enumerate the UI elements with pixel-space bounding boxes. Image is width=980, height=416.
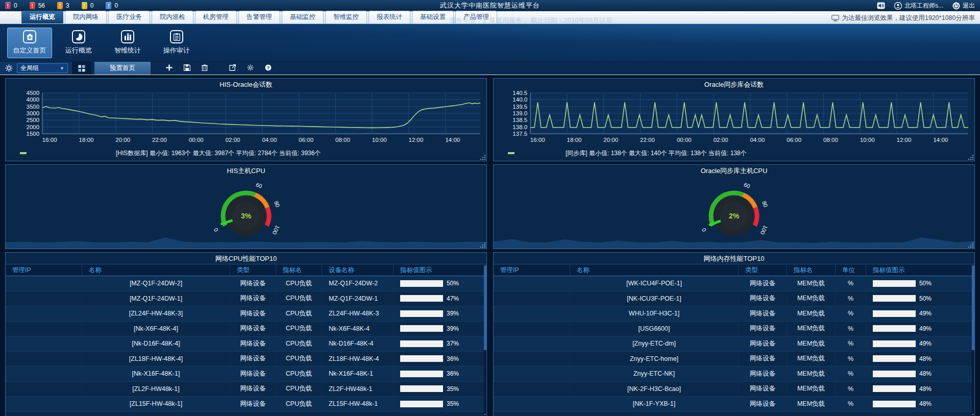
cpu-gauge[interactable]: 060801002% — [675, 176, 793, 238]
layout-grid-button[interactable] — [72, 62, 91, 75]
metric-bar-cell: 48% — [866, 352, 974, 366]
table-cell: 网络设备 — [739, 397, 787, 411]
add-button[interactable] — [166, 64, 173, 73]
menu-tab-10[interactable]: 产品管理 — [455, 11, 497, 23]
column-header[interactable]: 指标名 — [787, 264, 836, 276]
column-header[interactable]: 管理IP — [494, 264, 570, 276]
save-icon — [184, 64, 190, 73]
nav-item-label: 智维统计 — [114, 46, 141, 55]
metric-bar-cell: 49% — [866, 322, 974, 336]
chart-stats: [同步库] 最小值: 138个 最大值: 140个 平均值: 138个 当前值:… — [494, 147, 974, 159]
menu-tab-5[interactable]: 告警管理 — [238, 11, 280, 23]
column-header[interactable]: 名称 — [82, 264, 230, 276]
current-user[interactable]: 北塔工程师s... — [894, 2, 943, 10]
metric-bar-cell: 49% — [866, 306, 974, 321]
table-cell: Nk-X16F-48K-1 — [322, 366, 394, 381]
table-cell: 网络设备 — [739, 306, 787, 321]
table-row[interactable]: WHU-10F-H3C-1]网络设备MEM负载%49% — [494, 306, 974, 322]
table-cell: 网络设备 — [230, 366, 276, 381]
table-row[interactable]: [ZL2F-HW48k-1]网络设备CPU负载ZL2F-HW48k-135% — [6, 382, 486, 397]
table-row[interactable]: [Nk-X16F-48K-1]网络设备CPU负载Nk-X16F-48K-136% — [6, 366, 486, 382]
column-header[interactable]: 指标值图示 — [394, 264, 486, 276]
svg-text:18:00: 18:00 — [79, 137, 94, 143]
table-row[interactable]: [Znyy-ETC-dm]网络设备MEM负载%49% — [494, 336, 974, 352]
legend-marker — [508, 152, 514, 154]
cpu-gauge[interactable]: 060801003% — [187, 176, 305, 238]
svg-text:140.0: 140.0 — [512, 96, 527, 103]
menu-tab-8[interactable]: 报表统计 — [369, 11, 410, 23]
menu-tab-2[interactable]: 医疗业务 — [108, 11, 150, 23]
table-cell — [6, 352, 82, 366]
pie-icon — [72, 30, 85, 43]
table-scrollbar[interactable] — [484, 265, 486, 416]
group-select[interactable]: 全局组 ▼ — [17, 63, 68, 73]
svg-text:2000: 2000 — [27, 124, 40, 130]
panel-title: HIS-Oracle会话数 — [6, 79, 486, 90]
table-scrollbar[interactable] — [972, 265, 974, 416]
audit-icon — [170, 30, 183, 43]
table-row[interactable]: [ZL15F-HW-48k-1]网络设备CPU负载ZL15F-HW-48k-13… — [6, 397, 486, 412]
export-button[interactable] — [229, 64, 236, 73]
table-cell: [Nk-D16F-48K-4] — [82, 336, 230, 351]
column-header[interactable]: 设备名称 — [322, 264, 394, 276]
sound-button[interactable] — [877, 2, 885, 9]
column-header[interactable]: 指标名 — [276, 264, 322, 276]
svg-text:140.5: 140.5 — [512, 90, 527, 96]
table-cell: % — [836, 336, 866, 351]
column-header[interactable]: 类型 — [739, 264, 787, 276]
table-row[interactable]: [NK-ICU3F-POE-1]网络设备MEM负载%50% — [494, 291, 974, 307]
nav-item-home[interactable]: 自定义首页 — [7, 28, 52, 58]
tab-preset-home[interactable]: 预置首页 — [94, 62, 151, 75]
table-row[interactable]: [NK-1F-YXB-1]网络设备MEM负载%48% — [494, 397, 974, 412]
table-cell: % — [836, 366, 866, 381]
menu-tab-3[interactable]: 院内巡检 — [152, 11, 193, 23]
group-selector-area: 全局组 ▼ — [0, 62, 72, 75]
menu-tab-6[interactable]: 基础监控 — [282, 11, 324, 23]
panel-title: Oracle同步库会话数 — [494, 79, 974, 90]
menu-tab-7[interactable]: 智维监控 — [325, 11, 367, 23]
monitor-icon — [831, 15, 839, 21]
table-cell — [494, 306, 570, 321]
menu-tab-0[interactable]: 运行概览 — [21, 11, 63, 23]
nav-item-pie[interactable]: 运行概览 — [56, 28, 101, 58]
column-header[interactable]: 类型 — [230, 264, 276, 276]
table-cell: CPU负载 — [276, 397, 322, 411]
menu-tab-1[interactable]: 院内网络 — [65, 11, 107, 23]
svg-text:138.0: 138.0 — [512, 124, 527, 130]
menu-tab-4[interactable]: 机房管理 — [195, 11, 237, 23]
table-row[interactable]: [ZL24F-HW-48K-3]网络设备CPU负载ZL24F-HW-48K-33… — [6, 306, 486, 322]
table-row[interactable]: [WK-ICU4F-POE-1]网络设备MEM负载%50% — [494, 276, 974, 291]
save-button[interactable] — [184, 64, 190, 73]
table-row[interactable]: Znyy-ETC-home]网络设备MEM负载%48% — [494, 352, 974, 367]
table-row[interactable]: [MZ-Q1F-24DW-2]网络设备CPU负载MZ-Q1F-24DW-250% — [6, 276, 486, 291]
table-row[interactable]: [NK-2F-H3C-Bcao]网络设备MEM负载%48% — [494, 382, 974, 397]
metric-bar-cell: 50% — [394, 276, 486, 291]
svg-text:12:00: 12:00 — [897, 137, 912, 143]
line-chart[interactable]: 450040003500300025002000150016:0018:0020… — [6, 90, 486, 147]
logout-button[interactable]: 退出 — [952, 2, 975, 10]
column-header[interactable]: 管理IP — [6, 264, 82, 276]
metric-value: 49% — [919, 340, 932, 347]
table-cell: Nk-D16F-48K-4 — [322, 336, 394, 351]
table-cell: [ZL2F-HW48k-1] — [82, 382, 230, 397]
table-row[interactable]: [Nk-D16F-48K-4]网络设备CPU负载Nk-D16F-48K-437% — [6, 336, 486, 352]
table-row[interactable]: [USG6600]网络设备MEM负载%49% — [494, 322, 974, 337]
delete-button[interactable] — [202, 64, 208, 73]
gear-icon[interactable] — [5, 64, 13, 72]
help-button[interactable]: ? — [265, 64, 272, 73]
table-row[interactable]: [Nk-X6F-48K-4]网络设备CPU负载Nk-X6F-48K-439% — [6, 322, 486, 337]
nav-item-audit[interactable]: 操作审计 — [154, 28, 199, 58]
nav-item-stats[interactable]: 智维统计 — [105, 28, 150, 58]
table-cell: [NK-2F-H3C-Bcao] — [570, 382, 739, 397]
menu-tab-9[interactable]: 基础设置 — [412, 11, 454, 23]
table-row[interactable]: [MZ-Q1F-24DW-1]网络设备CPU负载MZ-Q1F-24DW-147% — [6, 291, 486, 307]
table-cell — [494, 352, 570, 366]
table-cell: % — [836, 322, 866, 336]
column-header[interactable]: 单位 — [836, 264, 866, 276]
line-chart[interactable]: 140.5140.0139.5139.0138.5138.0137.516:00… — [494, 90, 974, 147]
column-header[interactable]: 名称 — [570, 264, 739, 276]
settings-button[interactable] — [247, 64, 254, 73]
column-header[interactable]: 指标值图示 — [866, 264, 974, 276]
table-row[interactable]: [ZL18F-HW-48K-4]网络设备CPU负载ZL18F-HW-48K-43… — [6, 352, 486, 367]
table-row[interactable]: Znyy-ETC-NK]网络设备MEM负载%48% — [494, 366, 974, 382]
